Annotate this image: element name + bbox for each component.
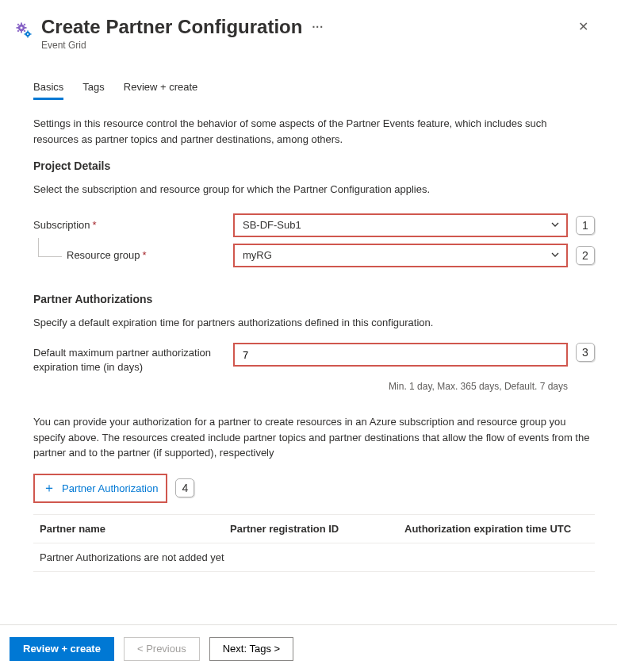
svg-rect-14 [25,33,26,34]
col-expiration-utc: Authorization expiration time UTC [404,523,588,535]
partner-auth-desc: Specify a default expiration time for pa… [33,315,595,331]
svg-rect-7 [24,30,26,33]
svg-rect-13 [27,36,28,38]
more-menu-icon[interactable]: ··· [312,21,324,33]
page-title: Create Partner Configuration [41,16,302,38]
svg-rect-3 [21,31,22,33]
svg-rect-9 [17,30,20,33]
empty-row-text: Partner Authorizations are not added yet [40,551,224,563]
resource-group-select[interactable]: myRG [233,244,568,267]
close-icon[interactable]: ✕ [572,16,595,37]
svg-rect-8 [24,24,26,26]
callout-3: 3 [576,343,595,362]
tab-bar: Basics Tags Review + create [14,78,595,100]
svg-rect-5 [25,27,27,29]
add-partner-authorization-button[interactable]: ＋ Partner Authorization [33,474,167,503]
resource-group-value: myRG [243,249,272,261]
wizard-footer: Review + create < Previous Next: Tags > [0,624,617,672]
partner-auth-table: Partner name Partner registration ID Aut… [33,514,595,572]
review-create-button[interactable]: Review + create [10,637,114,661]
svg-rect-6 [17,24,20,26]
next-button[interactable]: Next: Tags > [209,637,293,661]
resource-group-label: Resource group [67,249,140,261]
expiration-label: Default maximum partner authorization ex… [33,343,233,374]
col-registration-id: Partner registration ID [230,523,404,535]
intro-text: Settings in this resource control the be… [33,116,595,147]
chevron-down-icon [550,250,560,262]
subscription-value: SB-DF-Sub1 [243,219,301,231]
callout-1: 1 [576,216,595,235]
svg-point-11 [27,33,29,35]
svg-rect-12 [27,31,28,33]
required-marker: * [93,219,97,231]
add-partner-authorization-label: Partner Authorization [62,482,158,494]
required-marker: * [143,249,147,261]
previous-button[interactable]: < Previous [124,637,200,661]
partner-auth-heading: Partner Authorizations [33,293,595,305]
svg-point-1 [20,26,22,29]
project-details-desc: Select the subscription and resource gro… [33,182,595,198]
tab-tags[interactable]: Tags [82,78,104,100]
project-details-heading: Project Details [33,159,595,172]
page-subtitle: Event Grid [41,40,572,51]
auth-paragraph: You can provide your authorization for a… [33,414,595,461]
tree-indent-line [38,238,62,257]
subscription-label: Subscription [33,219,90,231]
gear-pair-icon [14,21,33,40]
plus-icon: ＋ [43,480,56,497]
tab-basics[interactable]: Basics [33,78,63,100]
callout-4: 4 [175,478,194,497]
svg-rect-15 [30,33,32,34]
svg-rect-4 [17,27,19,29]
col-partner-name: Partner name [40,523,230,535]
tab-review[interactable]: Review + create [124,78,198,100]
chevron-down-icon [550,220,560,232]
expiration-hint: Min. 1 day, Max. 365 days, Default. 7 da… [33,381,568,392]
svg-rect-2 [21,23,22,25]
expiration-input[interactable] [233,343,568,367]
subscription-select[interactable]: SB-DF-Sub1 [233,213,568,237]
callout-2: 2 [576,246,595,265]
